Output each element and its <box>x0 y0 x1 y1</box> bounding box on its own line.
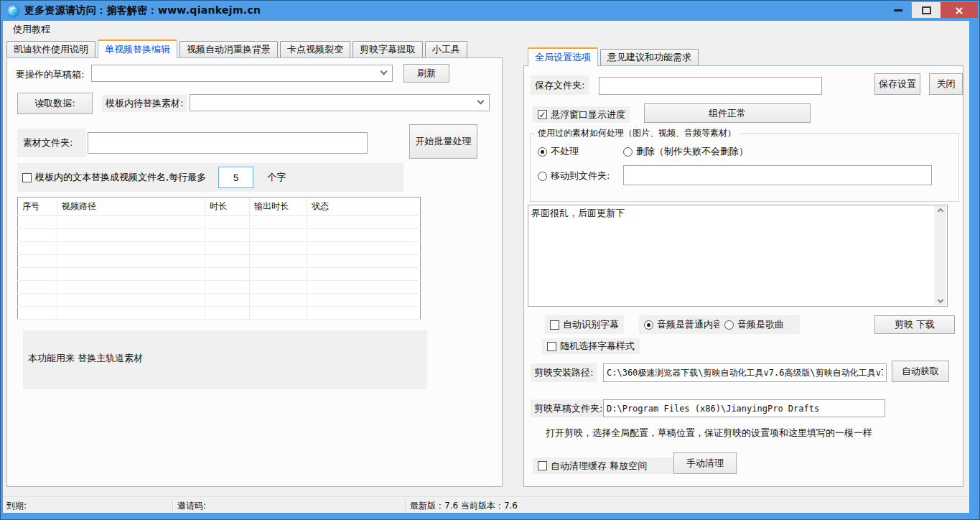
invite-code-status: 邀请码: <box>177 500 206 512</box>
material-folder-input[interactable] <box>88 132 368 154</box>
single-video-edit-panel: 要操作的草稿箱: 刷新 读取数据: 模板内待替换素材: 素材文件夹: 开始批量处… <box>6 57 503 487</box>
read-data-button[interactable]: 读取数据: <box>17 93 93 114</box>
col-index: 序号 <box>18 198 57 216</box>
function-note-text: 本功能用来 替换主轨道素材 <box>28 352 143 365</box>
radio-audio-song-label: 音频是歌曲 <box>737 318 784 331</box>
statusbar-divider <box>172 499 174 511</box>
tab-subtitle-extract[interactable]: 剪映字幕提取 <box>353 41 423 57</box>
notes-textarea[interactable]: 界面很乱，后面更新下 <box>528 205 948 307</box>
refresh-button[interactable]: 刷新 <box>403 64 449 83</box>
tab-feedback[interactable]: 意见建议和功能需求 <box>600 49 699 65</box>
chevron-down-icon <box>937 297 943 303</box>
function-note-box: 本功能用来 替换主轨道素材 <box>23 330 427 389</box>
panel-close-button[interactable]: 关闭 <box>929 73 963 95</box>
close-button[interactable]: × <box>941 2 978 18</box>
radio-no-action[interactable]: 不处理 <box>533 145 583 158</box>
replace-filename-label: 模板内的文本替换成视频文件名,每行最多 <box>35 171 206 184</box>
chevron-down-icon <box>477 98 485 105</box>
start-batch-button[interactable]: 开始批量处理 <box>409 124 477 159</box>
manual-clean-button[interactable]: 手动清理 <box>673 452 737 474</box>
radio-move-to-folder[interactable]: 移动到文件夹: <box>533 170 614 182</box>
install-path-input[interactable] <box>603 363 887 382</box>
col-status: 状态 <box>307 198 421 216</box>
maximize-button[interactable] <box>912 2 941 18</box>
radio-selected-icon <box>644 320 653 330</box>
checkbox-icon <box>547 342 556 351</box>
radio-move-label: 移动到文件夹: <box>551 170 610 182</box>
float-window-label: 悬浮窗口显示进度 <box>551 108 625 121</box>
expiry-status: 到期: <box>6 500 27 512</box>
radio-audio-song[interactable]: 音频是歌曲 <box>719 315 800 334</box>
draft-box-select[interactable] <box>91 65 393 82</box>
random-subtitle-label: 随机选择字幕样式 <box>560 340 635 353</box>
title-bar: 更多资源请访问：掮客解密：www.qiankejm.cn × <box>1 1 979 21</box>
table-row <box>18 229 421 242</box>
draft-folder-label: 剪映草稿文件夹: <box>531 399 606 417</box>
jianying-download-button[interactable]: 剪映 下载 <box>874 315 955 334</box>
material-folder-label: 素材文件夹: <box>17 129 86 157</box>
radio-audio-normal[interactable]: 音频是普通内容 <box>639 315 727 334</box>
chars-suffix-label: 个字 <box>267 171 286 184</box>
save-folder-label: 保存文件夹: <box>531 75 589 95</box>
tab-small-tools[interactable]: 小工具 <box>425 41 467 57</box>
template-material-select[interactable] <box>190 94 490 111</box>
col-output-duration: 输出时长 <box>250 198 307 216</box>
float-window-checkbox[interactable]: ✓ 悬浮窗口显示进度 <box>533 106 630 123</box>
radio-delete-label: 删除（制作失败不会删除） <box>636 145 748 158</box>
auto-subtitle-label: 自动识别字幕 <box>563 318 619 331</box>
tab-global-settings[interactable]: 全局设置选项 <box>528 47 598 66</box>
minimize-button[interactable] <box>885 2 912 18</box>
auto-clean-checkbox[interactable]: 自动清理缓存 释放空间 <box>533 458 676 474</box>
max-chars-input[interactable] <box>218 167 253 188</box>
save-settings-button[interactable]: 保存设置 <box>874 73 920 95</box>
radio-delete[interactable]: 删除（制作失败不会删除） <box>619 145 752 158</box>
right-tab-strip: 全局设置选项 意见建议和功能需求 <box>528 48 701 65</box>
move-folder-input[interactable] <box>623 165 932 185</box>
used-material-group: 使用过的素材如何处理（图片、视频、音频等素材） 不处理 删除（制作失败不会删除）… <box>530 133 959 202</box>
checkbox-icon <box>550 320 559 330</box>
auto-get-button[interactable]: 自动获取 <box>892 361 949 382</box>
table-header-row: 序号 视频路径 时长 输出时长 状态 <box>18 198 421 216</box>
radio-icon <box>724 320 734 330</box>
replace-filename-row: 模板内的文本替换成视频文件名,每行最多 个字 <box>17 163 403 192</box>
component-status-button[interactable]: 组件正常 <box>644 103 811 123</box>
status-bar: 到期: 邀请码: 最新版：7.6 当前版本：7.6 <box>3 496 969 512</box>
app-logo-icon <box>7 5 19 17</box>
col-video-path: 视频路径 <box>57 198 205 216</box>
menu-bar: 使用教程 <box>3 21 969 38</box>
notes-text: 界面很乱，后面更新下 <box>531 207 931 220</box>
version-status: 最新版：7.6 当前版本：7.6 <box>410 500 518 512</box>
video-list-table[interactable]: 序号 视频路径 时长 输出时长 状态 <box>17 197 421 320</box>
window-controls: × <box>885 2 978 18</box>
install-path-label: 剪映安装路径: <box>531 363 597 382</box>
table-row <box>18 281 421 294</box>
save-folder-input[interactable] <box>599 77 822 95</box>
radio-icon <box>538 172 547 181</box>
draft-folder-hint: 打开剪映，选择全局配置，草稿位置，保证剪映的设置项和这里填写的一模一样 <box>546 427 872 440</box>
notes-scrollbar[interactable] <box>934 206 946 305</box>
chevron-up-icon <box>937 208 943 214</box>
table-row <box>18 307 421 320</box>
client-area: 使用教程 凯迪软件使用说明 单视频替换编辑 视频自动消重换背景 卡点视频裂变 剪… <box>3 21 969 513</box>
draft-folder-input[interactable] <box>603 399 885 417</box>
left-tab-strip: 凯迪软件使用说明 单视频替换编辑 视频自动消重换背景 卡点视频裂变 剪映字幕提取… <box>6 39 470 57</box>
draft-box-label: 要操作的草稿箱: <box>16 68 84 81</box>
tab-auto-dedup-background[interactable]: 视频自动消重换背景 <box>179 41 278 57</box>
tab-kaidi-help[interactable]: 凯迪软件使用说明 <box>6 41 95 57</box>
auto-subtitle-checkbox[interactable]: 自动识别字幕 <box>545 315 624 334</box>
app-window: 更多资源请访问：掮客解密：www.qiankejm.cn × 使用教程 凯迪软件… <box>0 0 980 520</box>
global-settings-panel: 保存文件夹: 保存设置 关闭 ✓ 悬浮窗口显示进度 组件正常 使用过的素材如何处… <box>523 65 963 487</box>
replace-filename-checkbox[interactable] <box>22 173 32 182</box>
radio-icon <box>623 147 633 157</box>
random-subtitle-checkbox[interactable]: 随机选择字幕样式 <box>542 338 640 354</box>
radio-audio-normal-label: 音频是普通内容 <box>657 318 722 331</box>
main-area: 凯迪软件使用说明 单视频替换编辑 视频自动消重换背景 卡点视频裂变 剪映字幕提取… <box>3 38 969 496</box>
statusbar-divider <box>405 499 406 511</box>
radio-selected-icon <box>538 147 547 157</box>
minimize-icon <box>894 9 902 11</box>
menu-item-tutorial[interactable]: 使用教程 <box>9 22 55 37</box>
table-row <box>18 242 421 255</box>
tab-beat-video-split[interactable]: 卡点视频裂变 <box>280 41 350 57</box>
tab-single-video-edit[interactable]: 单视频替换编辑 <box>98 40 177 58</box>
close-icon: × <box>954 4 963 17</box>
